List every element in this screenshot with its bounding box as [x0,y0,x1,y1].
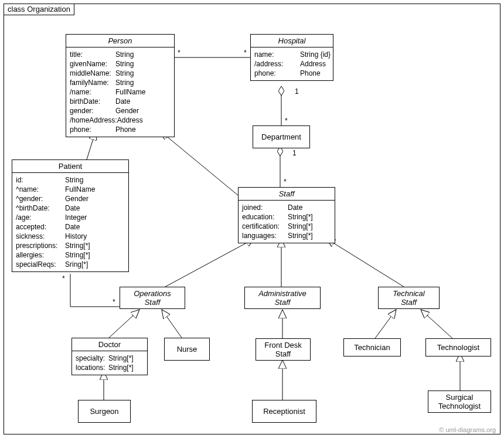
class-title: Front DeskStaff [256,339,310,360]
mult-hospital-dep-1: 1 [295,87,299,96]
attr-row: prescriptions:String[*] [16,241,125,250]
class-attrs: title:StringgivenName:StringmiddleName:S… [66,47,174,137]
class-patient: Patient id:String^name:FullName^gender:G… [12,159,129,272]
class-hospital: Hospital name:String {id}/address:Addres… [250,34,333,81]
class-title: Nurse [165,343,209,355]
mult-dep-staff-1: 1 [292,149,297,157]
attr-row: joined:Date [242,203,331,212]
attr-row: education:String[*] [242,212,331,222]
class-technologist: Technologist [425,338,491,356]
class-person: Person title:StringgivenName:Stringmiddl… [66,34,175,137]
class-front-desk-staff: Front DeskStaff [256,338,311,361]
attr-row: title:String [70,50,171,59]
attr-row: /address:Address [254,59,329,69]
class-surgical-technologist: SurgicalTechnologist [428,391,491,413]
attr-row: id:String [16,175,125,185]
attr-row: name:String {id} [254,50,329,59]
mult-dep-star: * [285,117,288,125]
mult-ops-star: * [113,298,115,306]
class-title: SurgicalTechnologist [428,391,491,412]
attr-row: accepted:Date [16,222,125,232]
class-attrs: joined:Dateeducation:String[*]certificat… [239,201,335,243]
attr-row: /homeAddress:Address [70,116,171,125]
mult-hospital-star: * [244,49,247,57]
attr-row: middleName:String [70,69,171,78]
class-technician: Technician [343,338,401,356]
class-attrs: specialty:String[*]locations:String[*] [72,351,147,375]
attr-row: languages:String[*] [242,231,331,240]
class-title: Technologist [426,341,491,354]
class-title: TechnicalStaff [379,287,439,308]
class-title: Person [66,35,174,47]
class-attrs: id:String^name:FullName^gender:Gender^bi… [12,173,128,271]
attr-row: ^gender:Gender [16,194,125,203]
attr-row: givenName:String [70,59,171,69]
class-title: Receptionist [253,405,316,417]
class-doctor: Doctor specialty:String[*]locations:Stri… [71,338,148,375]
attr-row: locations:String[*] [76,363,144,372]
attr-row: ^name:FullName [16,185,125,194]
attr-row: phone:Phone [254,69,329,78]
class-receptionist: Receptionist [252,400,316,423]
attr-row: /age:Integer [16,213,125,222]
mult-staff-star: * [284,178,287,186]
attr-row: specialReqs:Sring[*] [16,260,125,269]
class-title: OperationsStaff [120,287,185,308]
class-nurse: Nurse [164,338,210,361]
attr-row: birthDate:Date [70,97,171,106]
attr-row: ^birthDate:Date [16,203,125,213]
attr-row: allergies:String[*] [16,250,125,260]
class-attrs: name:String {id}/address:Addressphone:Ph… [251,47,333,80]
attr-row: gender:Gender [70,106,171,116]
package-title: class Organization [4,4,74,15]
class-title: Department [253,131,309,143]
class-operations-staff: OperationsStaff [120,287,185,309]
attr-row: certification:String[*] [242,222,331,231]
class-title: Patient [12,160,128,173]
attr-row: sickness:History [16,232,125,241]
attr-row: familyName:String [70,78,171,87]
class-title: Hospital [251,35,333,47]
attr-row: /name:FullName [70,87,171,97]
attr-row: specialty:String[*] [76,354,144,363]
class-title: AdministrativeStaff [245,287,320,308]
class-technical-staff: TechnicalStaff [378,287,440,309]
class-title: Staff [239,188,335,201]
class-administrative-staff: AdministrativeStaff [244,287,321,309]
class-staff: Staff joined:Dateeducation:String[*]cert… [238,187,335,243]
attr-row: phone:Phone [70,125,171,134]
mult-patient-star: * [62,274,65,283]
class-title: Doctor [72,338,147,351]
watermark: © uml-diagrams.org [439,426,496,433]
mult-person-star: * [178,49,181,57]
class-title: Technician [344,341,400,354]
class-department: Department [253,125,310,148]
class-surgeon: Surgeon [78,400,131,423]
class-title: Surgeon [79,405,130,417]
